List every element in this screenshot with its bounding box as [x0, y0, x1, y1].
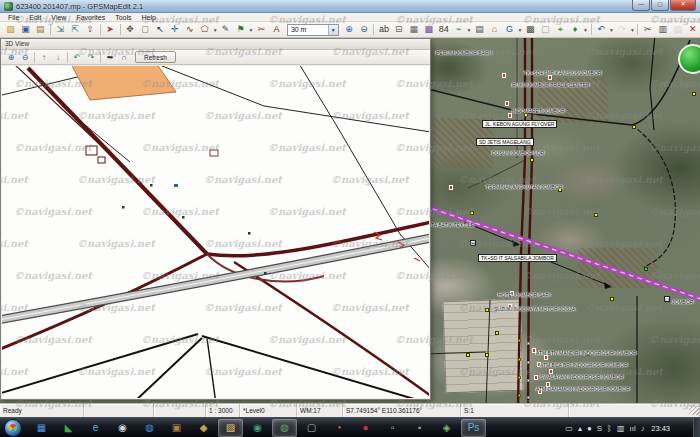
- taskbar-app-4[interactable]: ◉: [110, 419, 135, 437]
- tray-network-icon[interactable]: ııl: [629, 424, 635, 433]
- menu-file[interactable]: File: [3, 13, 24, 22]
- export-icon[interactable]: ⇱: [68, 23, 82, 36]
- titlebar[interactable]: 623400 201407.mp - GPSMapEdit 2.1 — ▢ ✕: [0, 0, 700, 13]
- add-waypoint-icon-dropdown[interactable]: ▼: [248, 23, 254, 36]
- scale-select[interactable]: 30 m▼: [287, 24, 339, 36]
- chevron-down-icon[interactable]: ▼: [328, 25, 338, 35]
- start-button[interactable]: [4, 419, 22, 437]
- rotate-right-icon[interactable]: ↷: [85, 51, 98, 63]
- show-desktop-button[interactable]: [693, 418, 700, 437]
- tray-expand-icon[interactable]: ▴: [578, 424, 582, 433]
- taskbar-photoshop[interactable]: Ps: [461, 419, 486, 437]
- upload-gps-icon[interactable]: ⇪: [83, 23, 97, 36]
- taskbar-app-11[interactable]: ▢: [299, 419, 324, 437]
- draw-polygon-icon[interactable]: ⬠: [198, 23, 212, 36]
- taskbar-chrome[interactable]: ◔: [326, 419, 351, 437]
- taskbar-app-15[interactable]: ▪: [407, 419, 432, 437]
- pick-objects-icon[interactable]: ✛: [168, 23, 182, 36]
- taskbar-browser[interactable]: e: [83, 419, 108, 437]
- tray-skype-icon[interactable]: S: [597, 424, 602, 433]
- raster-background-icon[interactable]: ▩: [422, 23, 436, 36]
- open-map-icon[interactable]: ▨: [4, 23, 18, 36]
- menu-favorites[interactable]: Favorites: [71, 13, 110, 22]
- junction-icon[interactable]: ⌁: [452, 23, 466, 36]
- taskbar-app-13[interactable]: ●: [353, 419, 378, 437]
- tray-update-icon[interactable]: ●: [587, 424, 592, 433]
- poi-green-icon-dropdown[interactable]: ▼: [583, 23, 589, 36]
- menu-view[interactable]: View: [46, 13, 71, 22]
- poi-green-icon[interactable]: ♦: [568, 23, 582, 36]
- taskbar-gpsmapedit[interactable]: ◍: [272, 419, 297, 437]
- close-button[interactable]: ✕: [670, 0, 696, 11]
- taskbar-app-5[interactable]: ◍: [137, 419, 162, 437]
- labels-toggle-icon[interactable]: ab: [377, 23, 391, 36]
- zoom-in-icon[interactable]: ⊕: [342, 23, 356, 36]
- move-up-icon[interactable]: ↑: [38, 51, 51, 63]
- satellite-map-canvas[interactable]: H U PERUM JOMBOR BARUTK+SD+SMP KANISIUS …: [428, 38, 700, 403]
- taskbar-app-7[interactable]: ◆: [191, 419, 216, 437]
- google-icon[interactable]: G: [502, 23, 516, 36]
- undo-icon-dropdown[interactable]: ▼: [609, 23, 615, 36]
- pan-tool-icon[interactable]: ✥: [123, 23, 137, 36]
- copy-icon[interactable]: ▥: [656, 23, 670, 36]
- zoom-out-icon[interactable]: ⊖: [357, 23, 371, 36]
- save-icon[interactable]: ▣: [18, 23, 32, 36]
- zoom-out-3d-icon[interactable]: ⊖: [19, 51, 32, 63]
- maximize-button[interactable]: ▢: [651, 0, 669, 11]
- tray-display-icon[interactable]: ▭: [565, 424, 573, 433]
- taskbar-app-2[interactable]: ◣: [56, 419, 81, 437]
- zoom-rect-icon[interactable]: ◻: [138, 23, 152, 36]
- zoom-in-3d-icon[interactable]: ⊕: [5, 51, 18, 63]
- edit-nodes-icon[interactable]: ✎: [219, 23, 233, 36]
- new-doc-icon[interactable]: ▢: [538, 23, 552, 36]
- taskbar-app-6[interactable]: ▣: [164, 419, 189, 437]
- grid-icon[interactable]: ▦: [407, 23, 421, 36]
- tray-security-icon[interactable]: ▥: [617, 424, 625, 433]
- road-node: [530, 158, 534, 162]
- resize-grip[interactable]: [689, 405, 699, 415]
- poi-dot-yellow: [518, 339, 521, 342]
- tray-bluetooth-icon[interactable]: ᛒ: [607, 424, 612, 433]
- print-icon[interactable]: ▤: [473, 23, 487, 36]
- undo-icon[interactable]: ↶: [594, 23, 608, 36]
- ruler-icon[interactable]: ⊟: [392, 23, 406, 36]
- tilt-icon[interactable]: ∩: [118, 51, 131, 63]
- label-icon[interactable]: A: [269, 23, 283, 36]
- taskbar-app-16[interactable]: ◈: [434, 419, 459, 437]
- send-to-gps-icon[interactable]: ➤: [103, 23, 117, 36]
- taskbar-clock[interactable]: 23:43: [651, 424, 670, 433]
- move-down-icon[interactable]: ↓: [52, 51, 65, 63]
- google-icon-dropdown[interactable]: ▼: [517, 23, 523, 36]
- house-number-icon[interactable]: 84: [437, 23, 451, 36]
- rotate-left-icon[interactable]: ↶: [71, 51, 84, 63]
- drive-mode-icon[interactable]: ➥: [104, 51, 117, 63]
- taskbar-app-9[interactable]: ◉: [245, 419, 270, 437]
- trim-icon[interactable]: ✂: [255, 23, 269, 36]
- select-tool-icon[interactable]: ↖: [153, 23, 167, 36]
- redo-icon-dropdown[interactable]: ▼: [629, 23, 635, 36]
- junction-icon-dropdown[interactable]: ▼: [466, 23, 472, 36]
- tray-volume-icon[interactable]: ♪: [641, 424, 645, 433]
- poi-dot-white: [527, 379, 530, 382]
- menu-tools[interactable]: Tools: [110, 13, 136, 22]
- taskbar-app-1[interactable]: ▦: [29, 419, 54, 437]
- 3d-view-titlebar[interactable]: 3D View: [1, 39, 430, 50]
- import-icon[interactable]: ⇲: [53, 23, 67, 36]
- gps-track-icon[interactable]: ⌖: [553, 23, 567, 36]
- menu-edit[interactable]: Edit: [24, 13, 46, 22]
- menu-help[interactable]: Help: [137, 13, 161, 22]
- cut-icon[interactable]: ✂: [641, 23, 655, 36]
- address-search-icon[interactable]: ⌂: [488, 23, 502, 36]
- imagery-icon[interactable]: ▩: [523, 23, 537, 36]
- close-map-icon[interactable]: ▤: [33, 23, 47, 36]
- add-waypoint-icon[interactable]: ⚑: [234, 23, 248, 36]
- poi-marker: [449, 185, 453, 190]
- minimize-button[interactable]: —: [632, 0, 650, 11]
- draw-polygon-icon-dropdown[interactable]: ▼: [212, 23, 218, 36]
- taskbar-explorer[interactable]: ▨: [218, 419, 243, 437]
- 3d-view-canvas[interactable]: [2, 66, 429, 398]
- draw-polyline-icon[interactable]: ∿: [183, 23, 197, 36]
- delete-icon[interactable]: ✕: [686, 23, 700, 36]
- taskbar-app-14[interactable]: ▫: [380, 419, 405, 437]
- refresh-button[interactable]: Refresh: [135, 51, 176, 63]
